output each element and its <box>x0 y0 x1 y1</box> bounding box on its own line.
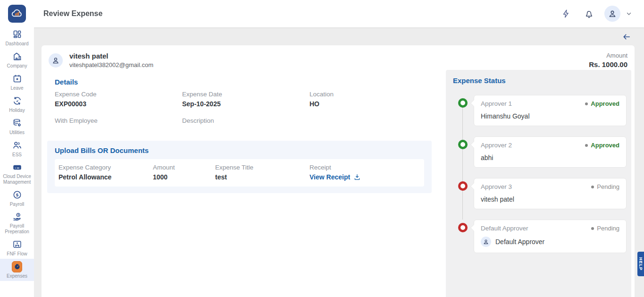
payroll-icon: $ <box>12 190 22 200</box>
bell-icon <box>584 9 594 19</box>
sidebar-item-label: Company <box>7 63 27 69</box>
upload-bills-section: Upload Bills OR Documents Expense Catego… <box>47 141 432 193</box>
status-bullet-icon <box>591 227 594 230</box>
chevron-down-icon <box>626 10 632 17</box>
approver-name: Himanshu Goyal <box>481 112 619 120</box>
app-logo-icon[interactable] <box>8 5 26 23</box>
approval-step-2: Approver 2 Approved abhi <box>453 136 627 168</box>
employee-avatar <box>49 53 63 68</box>
sidebar-item-label: Expenses <box>7 273 27 279</box>
card-notch <box>470 141 478 149</box>
status-badge: Approved <box>591 100 619 107</box>
sidebar-item-company[interactable]: Company <box>0 49 34 71</box>
download-icon <box>353 173 361 181</box>
step-status-dot <box>458 140 468 149</box>
field-expense-date: Expense Date Sep-10-2025 <box>182 91 309 108</box>
status-badge: Pending <box>597 225 619 232</box>
sidebar: Dashboard Company Leave Holiday <box>0 0 34 297</box>
card-notch <box>470 100 478 107</box>
employee-name: vitesh patel <box>69 52 153 60</box>
card-notch <box>470 183 478 190</box>
details-section: Details Expense Code EXP00003 Expense Da… <box>42 73 433 134</box>
expenses-icon <box>12 262 22 272</box>
sidebar-item-label: Utilities <box>9 130 25 136</box>
approver-card: Approver 2 Approved abhi <box>474 136 627 168</box>
sidebar-item-payroll-preperation[interactable]: $ Payroll Preperation <box>0 209 34 237</box>
sidebar-item-ess[interactable]: ESS <box>0 137 34 160</box>
content-area: vitesh patel viteshpatel382002@gmail.com… <box>34 27 644 297</box>
approver-name: Default Approver <box>495 238 544 246</box>
payroll-preparation-icon: $ <box>12 212 22 222</box>
upload-bills-heading: Upload Bills OR Documents <box>55 146 424 154</box>
svg-text:$: $ <box>16 192 18 197</box>
status-bullet-icon <box>591 186 594 188</box>
expense-status-panel: Expense Status Approver 1 Approved Himan… <box>446 70 631 297</box>
profile-menu-chevron[interactable] <box>624 7 634 21</box>
status-bullet-icon <box>585 102 588 105</box>
quick-actions-button[interactable] <box>559 7 573 21</box>
sidebar-item-leave[interactable]: Leave <box>0 71 34 93</box>
approver-card: Default Approver Pending Default Approve… <box>474 220 627 253</box>
sidebar-item-label: Dashboard <box>6 41 29 47</box>
company-icon <box>12 51 22 62</box>
cloud-device-icon <box>12 162 22 172</box>
field-expense-code: Expense Code EXP00003 <box>55 91 182 108</box>
user-icon <box>608 9 617 18</box>
sidebar-item-label: FNF Flow <box>7 251 27 257</box>
approval-step-1: Approver 1 Approved Himanshu Goyal <box>453 95 627 126</box>
approver-card: Approver 1 Approved Himanshu Goyal <box>474 95 627 126</box>
approval-step-default: Default Approver Pending Default Approve… <box>453 220 627 253</box>
step-status-dot <box>458 181 468 191</box>
field-location: Location HO <box>309 91 433 108</box>
card-notch <box>470 224 478 232</box>
utilities-icon <box>12 118 22 128</box>
employee-email: viteshpatel382002@gmail.com <box>69 61 153 68</box>
sidebar-item-label: Cloud Device Management <box>1 174 33 185</box>
approval-timeline: Approver 1 Approved Himanshu Goyal Appro… <box>453 95 627 253</box>
sidebar-item-utilities[interactable]: Utilities <box>0 115 34 137</box>
sidebar-item-dashboard[interactable]: Dashboard <box>0 26 34 49</box>
topbar: Review Expense <box>34 0 644 27</box>
sidebar-item-holiday[interactable]: Holiday <box>0 93 34 115</box>
field-description: Description <box>182 117 309 134</box>
sidebar-item-label: Leave <box>10 85 23 91</box>
sidebar-item-payroll[interactable]: $ Payroll <box>0 187 34 209</box>
notifications-button[interactable] <box>582 7 596 21</box>
bill-expense-category: Expense Category Petrol Allowance <box>59 164 153 181</box>
view-receipt-link[interactable]: View Receipt <box>309 173 420 181</box>
svg-text:$: $ <box>17 213 19 216</box>
user-icon <box>483 238 489 245</box>
default-approver-avatar <box>481 237 491 247</box>
sidebar-item-fnf-flow[interactable]: FNF Flow <box>0 237 34 259</box>
fnf-flow-icon <box>12 239 22 250</box>
sidebar-item-expenses[interactable]: Expenses <box>0 259 34 281</box>
status-bullet-icon <box>585 144 588 147</box>
approver-card: Approver 3 Pending vitesh patel <box>474 178 627 209</box>
help-tab-button[interactable]: HELP <box>637 252 644 276</box>
back-button[interactable] <box>620 31 633 43</box>
approver-name: abhi <box>481 154 619 161</box>
expense-review-card: vitesh patel viteshpatel382002@gmail.com… <box>42 45 635 297</box>
ess-icon <box>12 140 22 151</box>
leave-icon <box>12 74 22 84</box>
status-badge: Approved <box>591 142 619 149</box>
page-title: Review Expense <box>43 9 102 18</box>
bill-receipt: Receipt View Receipt <box>309 164 420 181</box>
field-with-employee: With Employee <box>55 117 182 134</box>
sidebar-item-label: Payroll <box>10 202 25 207</box>
sidebar-item-label: Payroll Preperation <box>1 223 33 235</box>
arrow-left-icon <box>622 32 631 42</box>
bill-expense-title: Expense Title test <box>215 164 309 181</box>
amount-value: Rs. 1000.00 <box>589 60 627 68</box>
user-avatar[interactable] <box>604 6 620 22</box>
expense-status-heading: Expense Status <box>453 76 627 85</box>
flash-icon <box>561 9 571 18</box>
bill-row: Expense Category Petrol Allowance Amount… <box>55 159 424 187</box>
details-heading: Details <box>55 78 433 86</box>
bill-amount: Amount 1000 <box>153 164 215 181</box>
step-status-dot <box>458 98 468 108</box>
approver-name: vitesh patel <box>481 195 619 203</box>
sidebar-item-cloud-device-management[interactable]: Cloud Device Management <box>0 160 34 187</box>
step-status-dot <box>458 223 468 232</box>
approval-step-3: Approver 3 Pending vitesh patel <box>453 178 627 209</box>
